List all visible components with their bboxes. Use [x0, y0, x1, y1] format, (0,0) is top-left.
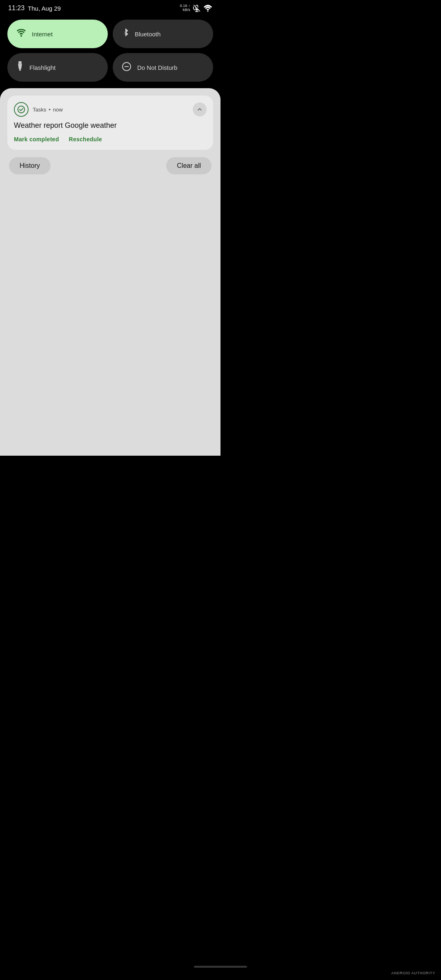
mute-icon [193, 4, 201, 12]
svg-point-1 [20, 35, 22, 37]
tasks-app-icon [14, 102, 29, 117]
bluetooth-icon [122, 28, 129, 40]
status-bar: 11:23 Thu, Aug 29 0.16 ↑ kB/s [0, 0, 220, 16]
qs-tile-bluetooth-label: Bluetooth [135, 31, 160, 38]
svg-rect-4 [19, 69, 21, 71]
svg-rect-2 [18, 61, 21, 64]
notification-title: Weather report Google weather [14, 121, 207, 130]
qs-tile-internet[interactable]: Internet [7, 20, 108, 48]
status-left: 11:23 Thu, Aug 29 [8, 4, 61, 12]
qs-tile-internet-label: Internet [32, 31, 53, 38]
svg-point-7 [18, 106, 25, 113]
dnd-icon [122, 62, 131, 73]
status-date: Thu, Aug 29 [28, 5, 61, 12]
mark-completed-button[interactable]: Mark completed [14, 135, 59, 143]
quick-settings-panel: Internet Bluetooth Flashlight [0, 16, 220, 88]
svg-rect-3 [18, 64, 22, 65]
notification-time: now [53, 107, 63, 113]
notification-card-tasks: Tasks • now Weather report Google weathe… [7, 96, 213, 150]
notification-actions: Mark completed Reschedule [14, 135, 207, 143]
notification-app-info: Tasks • now [33, 107, 63, 113]
wifi-status-icon [203, 4, 212, 12]
panel-actions: History Clear all [7, 157, 213, 174]
qs-tile-dnd-label: Do Not Disturb [137, 64, 177, 71]
status-time: 11:23 [8, 4, 24, 12]
qs-tile-flashlight-label: Flashlight [29, 64, 56, 71]
notification-header-left: Tasks • now [14, 102, 63, 117]
network-speed-unit: kB/s [183, 8, 190, 12]
notification-separator: • [49, 107, 51, 113]
qs-tile-bluetooth[interactable]: Bluetooth [113, 20, 213, 48]
flashlight-icon [16, 61, 24, 74]
notification-header: Tasks • now [14, 102, 207, 117]
notification-panel: Tasks • now Weather report Google weathe… [0, 88, 220, 456]
qs-tile-flashlight[interactable]: Flashlight [7, 53, 108, 82]
qs-tile-dnd[interactable]: Do Not Disturb [113, 53, 213, 82]
history-button[interactable]: History [9, 157, 51, 174]
svg-point-0 [207, 11, 209, 12]
network-speed-indicator: 0.16 ↑ kB/s [180, 4, 190, 12]
status-right: 0.16 ↑ kB/s [180, 4, 212, 12]
reschedule-button[interactable]: Reschedule [69, 135, 102, 143]
notification-app-name: Tasks [33, 107, 46, 113]
wifi-icon [16, 29, 26, 39]
clear-all-button[interactable]: Clear all [166, 157, 212, 174]
notification-collapse-button[interactable] [193, 102, 207, 116]
